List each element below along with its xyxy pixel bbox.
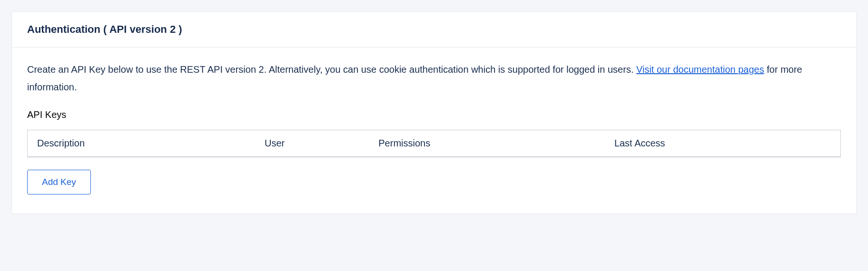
card-header: Authentication ( API version 2 ) (12, 12, 856, 48)
table-header-row: Description User Permissions Last Access (28, 130, 841, 157)
api-keys-section-title: API Keys (27, 109, 841, 120)
documentation-link[interactable]: Visit our documentation pages (636, 64, 764, 75)
card-description: Create an API Key below to use the REST … (27, 61, 841, 96)
table-header-permissions: Permissions (369, 130, 605, 157)
table-header-user: User (255, 130, 369, 157)
description-prefix: Create an API Key below to use the REST … (27, 64, 636, 75)
card-title: Authentication ( API version 2 ) (27, 23, 841, 36)
card-body: Create an API Key below to use the REST … (12, 48, 856, 213)
add-key-button[interactable]: Add Key (27, 170, 91, 194)
table-header-description: Description (28, 130, 256, 157)
table-header-last-access: Last Access (605, 130, 841, 157)
authentication-card: Authentication ( API version 2 ) Create … (11, 11, 857, 214)
api-keys-table: Description User Permissions Last Access (27, 130, 841, 157)
